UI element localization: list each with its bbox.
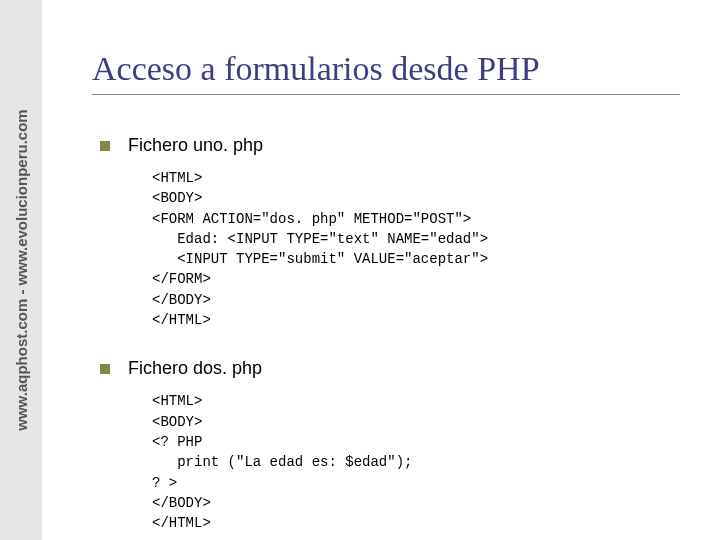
sidebar-branding: www.aqphost.com - www.evolucionperu.com bbox=[0, 0, 42, 540]
section-title-dos: Fichero dos. php bbox=[128, 358, 262, 379]
bullet-icon bbox=[100, 141, 110, 151]
section-uno: Fichero uno. php <HTML> <BODY> <FORM ACT… bbox=[92, 135, 680, 330]
section-header: Fichero uno. php bbox=[92, 135, 680, 156]
slide-content: Acceso a formularios desde PHP Fichero u… bbox=[42, 0, 720, 540]
bullet-icon bbox=[100, 364, 110, 374]
section-dos: Fichero dos. php <HTML> <BODY> <? PHP pr… bbox=[92, 358, 680, 533]
title-divider bbox=[92, 94, 680, 95]
section-title-uno: Fichero uno. php bbox=[128, 135, 263, 156]
sidebar-text: www.aqphost.com - www.evolucionperu.com bbox=[13, 109, 30, 430]
slide-page: www.aqphost.com - www.evolucionperu.com … bbox=[0, 0, 720, 540]
code-block-dos: <HTML> <BODY> <? PHP print ("La edad es:… bbox=[152, 391, 680, 533]
slide-title: Acceso a formularios desde PHP bbox=[92, 50, 680, 88]
section-header: Fichero dos. php bbox=[92, 358, 680, 379]
code-block-uno: <HTML> <BODY> <FORM ACTION="dos. php" ME… bbox=[152, 168, 680, 330]
